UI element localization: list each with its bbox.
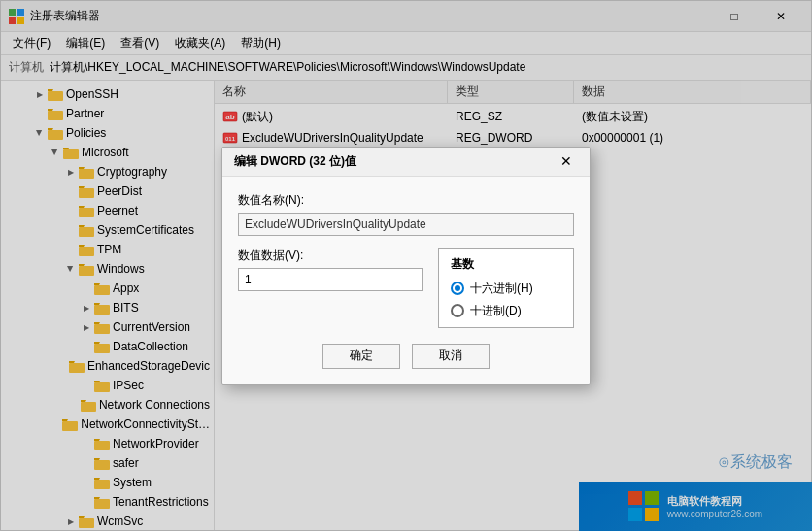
dialog-confirm-button[interactable]: 确定 [322,344,400,369]
dialog-name-field: 数值名称(N): [238,192,574,236]
radio-group-base: 基数 十六进制(H) 十进制(D) [438,248,574,328]
dialog-title-bar: 编辑 DWORD (32 位)值 ✕ [222,148,590,177]
radio-hex-dot [455,285,460,291]
dialog-base-col: 基数 十六进制(H) 十进制(D) [438,248,574,328]
dialog-name-input[interactable] [238,213,574,236]
modal-overlay: 编辑 DWORD (32 位)值 ✕ 数值名称(N): 数值数据(V): [0,0,812,531]
dialog-cancel-button[interactable]: 取消 [412,344,490,369]
dialog-close-button[interactable]: ✕ [555,149,578,173]
radio-dec[interactable]: 十进制(D) [451,303,561,319]
radio-dec-btn[interactable] [451,304,464,317]
dialog-data-label: 数值数据(V): [238,248,423,264]
radio-hex-btn[interactable] [451,282,464,295]
radio-hex[interactable]: 十六进制(H) [451,281,561,297]
dialog-title-text: 编辑 DWORD (32 位)值 [234,153,555,170]
radio-dec-label: 十进制(D) [470,303,522,319]
dialog-data-row: 数值数据(V): 基数 十六进制(H) [238,248,574,328]
radio-hex-label: 十六进制(H) [470,281,533,297]
dialog-data-col: 数值数据(V): [238,248,423,328]
dialog-body: 数值名称(N): 数值数据(V): 基数 [222,177,590,384]
dialog-footer: 确定 取消 [238,344,574,369]
dialog-name-label: 数值名称(N): [238,192,574,209]
dialog-data-input[interactable] [238,268,423,291]
base-label: 基数 [451,256,561,273]
edit-dword-dialog: 编辑 DWORD (32 位)值 ✕ 数值名称(N): 数值数据(V): [221,147,591,385]
